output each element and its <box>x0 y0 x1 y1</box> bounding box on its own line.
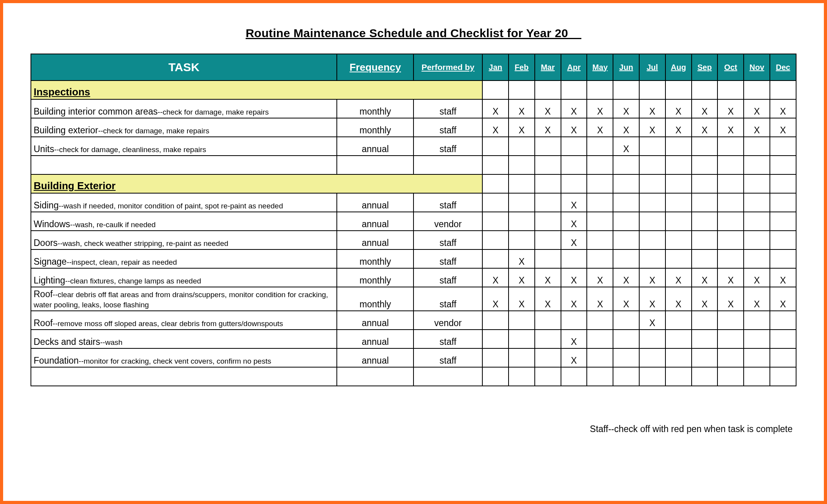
month-cell <box>561 249 587 268</box>
col-task: TASK <box>31 54 337 81</box>
frequency-cell: annual <box>337 193 414 212</box>
empty-cell <box>482 367 509 386</box>
empty-cell <box>509 156 535 174</box>
empty-row <box>31 156 796 174</box>
month-cell: X <box>561 118 587 137</box>
task-name: Doors <box>34 238 58 248</box>
document-page: Routine Maintenance Schedule and Checkli… <box>0 0 827 504</box>
frequency-cell: annual <box>337 231 414 249</box>
empty-cell <box>337 367 414 386</box>
empty-cell <box>770 367 796 386</box>
month-cell <box>744 174 770 193</box>
month-cell <box>665 174 692 193</box>
month-cell <box>717 231 744 249</box>
month-cell <box>692 137 718 156</box>
month-cell <box>535 137 561 156</box>
empty-cell <box>31 367 337 386</box>
month-cell <box>744 249 770 268</box>
empty-cell <box>561 156 587 174</box>
month-cell <box>744 330 770 348</box>
col-month: Jul <box>639 54 665 81</box>
task-cell: Siding--wash if needed, monitor conditio… <box>31 193 337 212</box>
table-row: Roof--remove moss off sloped areas, clea… <box>31 311 796 330</box>
month-cell <box>587 137 613 156</box>
empty-cell <box>717 156 744 174</box>
table-row: Foundation--monitor for cracking, check … <box>31 348 796 367</box>
table-row: Lighting--clean fixtures, change lamps a… <box>31 268 796 287</box>
month-cell: X <box>639 268 665 287</box>
month-cell <box>770 311 796 330</box>
month-cell: X <box>561 231 587 249</box>
month-cell <box>613 193 639 212</box>
month-cell: X <box>587 268 613 287</box>
task-name: Building exterior <box>34 125 98 135</box>
table-row: Building exterior--check for damage, mak… <box>31 118 796 137</box>
month-cell <box>509 174 535 193</box>
month-cell: X <box>535 287 561 311</box>
section-name: Inspections <box>31 81 482 99</box>
month-cell <box>535 174 561 193</box>
month-cell <box>770 174 796 193</box>
month-cell <box>692 81 718 99</box>
table-row: Roof--clear debris off flat areas and fr… <box>31 287 796 311</box>
month-cell <box>535 212 561 231</box>
task-name: Foundation <box>34 355 79 366</box>
month-cell: X <box>717 287 744 311</box>
month-cell <box>770 193 796 212</box>
month-cell <box>561 311 587 330</box>
task-desc: --wash <box>100 338 122 346</box>
month-cell <box>561 81 587 99</box>
col-month: Sep <box>692 54 718 81</box>
month-cell <box>665 249 692 268</box>
table-row: Doors--wash, check weather stripping, re… <box>31 231 796 249</box>
month-cell <box>639 137 665 156</box>
month-cell: X <box>509 249 535 268</box>
month-cell: X <box>717 99 744 118</box>
task-cell: Roof--clear debris off flat areas and fr… <box>31 287 337 311</box>
month-cell <box>717 249 744 268</box>
month-cell <box>587 174 613 193</box>
month-cell: X <box>535 118 561 137</box>
section-row: Building Exterior <box>31 174 796 193</box>
month-cell <box>482 311 509 330</box>
task-cell: Windows--wash, re-caulk if needed <box>31 212 337 231</box>
empty-cell <box>770 156 796 174</box>
month-cell: X <box>717 268 744 287</box>
month-cell <box>482 137 509 156</box>
task-name: Lighting <box>34 275 65 285</box>
month-cell <box>639 249 665 268</box>
month-cell <box>639 193 665 212</box>
task-cell: Units--check for damage, cleanliness, ma… <box>31 137 337 156</box>
month-cell: X <box>744 287 770 311</box>
empty-cell <box>665 367 692 386</box>
month-cell: X <box>561 193 587 212</box>
month-cell <box>692 249 718 268</box>
month-cell <box>717 193 744 212</box>
month-cell <box>535 348 561 367</box>
month-cell: X <box>665 99 692 118</box>
table-row: Decks and stairs--washannualstaffX <box>31 330 796 348</box>
performed-by-cell: vendor <box>414 212 482 231</box>
empty-cell <box>665 156 692 174</box>
empty-cell <box>613 156 639 174</box>
month-cell: X <box>561 287 587 311</box>
col-performed-by: Performed by <box>414 54 482 81</box>
month-cell: X <box>639 99 665 118</box>
month-cell: X <box>692 99 718 118</box>
month-cell <box>482 212 509 231</box>
month-cell <box>587 193 613 212</box>
task-name: Roof <box>34 318 53 328</box>
month-cell: X <box>744 99 770 118</box>
month-cell <box>587 348 613 367</box>
month-cell: X <box>639 287 665 311</box>
frequency-cell: annual <box>337 311 414 330</box>
month-cell <box>509 231 535 249</box>
section-name: Building Exterior <box>31 174 482 193</box>
empty-cell <box>535 367 561 386</box>
month-cell <box>665 212 692 231</box>
task-desc: --check for damage, cleanliness, make re… <box>54 145 206 154</box>
month-cell: X <box>509 268 535 287</box>
month-cell: X <box>717 118 744 137</box>
frequency-cell: annual <box>337 212 414 231</box>
frequency-cell: monthly <box>337 118 414 137</box>
